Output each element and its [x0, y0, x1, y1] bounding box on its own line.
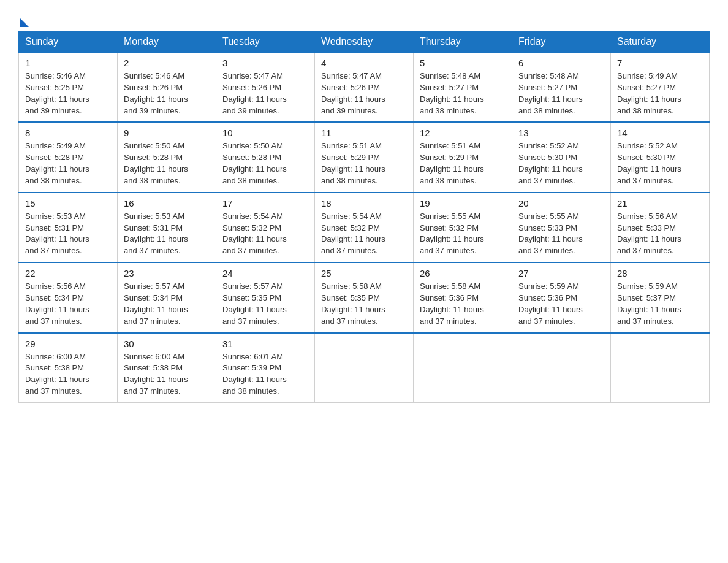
day-info: Sunrise: 5:47 AMSunset: 5:26 PMDaylight:…	[222, 71, 308, 117]
day-info: Sunrise: 5:47 AMSunset: 5:26 PMDaylight:…	[321, 71, 407, 117]
calendar-cell: 13Sunrise: 5:52 AMSunset: 5:30 PMDayligh…	[512, 122, 611, 192]
day-info: Sunrise: 5:46 AMSunset: 5:25 PMDaylight:…	[25, 71, 111, 117]
calendar-week-row: 29Sunrise: 6:00 AMSunset: 5:38 PMDayligh…	[19, 333, 710, 403]
calendar-cell: 11Sunrise: 5:51 AMSunset: 5:29 PMDayligh…	[315, 122, 414, 192]
day-info: Sunrise: 5:59 AMSunset: 5:36 PMDaylight:…	[518, 281, 604, 327]
day-number: 3	[222, 58, 308, 68]
day-info: Sunrise: 5:49 AMSunset: 5:27 PMDaylight:…	[617, 71, 703, 117]
day-number: 30	[124, 339, 210, 349]
calendar-cell: 5Sunrise: 5:48 AMSunset: 5:27 PMDaylight…	[414, 53, 512, 123]
calendar-cell: 31Sunrise: 6:01 AMSunset: 5:39 PMDayligh…	[216, 333, 315, 403]
day-number: 6	[518, 58, 604, 68]
day-info: Sunrise: 6:00 AMSunset: 5:38 PMDaylight:…	[25, 351, 111, 397]
calendar-cell: 24Sunrise: 5:57 AMSunset: 5:35 PMDayligh…	[216, 262, 315, 332]
calendar-cell: 22Sunrise: 5:56 AMSunset: 5:34 PMDayligh…	[19, 262, 118, 332]
day-info: Sunrise: 6:00 AMSunset: 5:38 PMDaylight:…	[124, 351, 210, 397]
calendar-cell	[611, 333, 710, 403]
day-number: 10	[222, 128, 308, 138]
calendar-cell: 2Sunrise: 5:46 AMSunset: 5:26 PMDaylight…	[118, 53, 216, 123]
calendar-table: SundayMondayTuesdayWednesdayThursdayFrid…	[18, 31, 710, 403]
calendar-cell: 1Sunrise: 5:46 AMSunset: 5:25 PMDaylight…	[19, 53, 118, 123]
weekday-header-sunday: Sunday	[19, 31, 118, 53]
calendar-cell: 14Sunrise: 5:52 AMSunset: 5:30 PMDayligh…	[611, 122, 710, 192]
day-number: 8	[25, 128, 111, 138]
calendar-week-row: 8Sunrise: 5:49 AMSunset: 5:28 PMDaylight…	[19, 122, 710, 192]
calendar-cell: 20Sunrise: 5:55 AMSunset: 5:33 PMDayligh…	[512, 193, 611, 262]
calendar-week-row: 22Sunrise: 5:56 AMSunset: 5:34 PMDayligh…	[19, 262, 710, 332]
day-info: Sunrise: 5:56 AMSunset: 5:34 PMDaylight:…	[25, 281, 111, 327]
calendar-cell: 15Sunrise: 5:53 AMSunset: 5:31 PMDayligh…	[19, 193, 118, 262]
day-number: 21	[617, 198, 703, 209]
calendar-cell: 25Sunrise: 5:58 AMSunset: 5:35 PMDayligh…	[315, 262, 414, 332]
day-info: Sunrise: 6:01 AMSunset: 5:39 PMDaylight:…	[222, 351, 308, 397]
day-info: Sunrise: 5:50 AMSunset: 5:28 PMDaylight:…	[222, 140, 308, 186]
calendar-cell: 7Sunrise: 5:49 AMSunset: 5:27 PMDaylight…	[611, 53, 710, 123]
day-info: Sunrise: 5:53 AMSunset: 5:31 PMDaylight:…	[25, 211, 111, 257]
day-info: Sunrise: 5:51 AMSunset: 5:29 PMDaylight:…	[420, 140, 506, 186]
day-number: 4	[321, 58, 407, 68]
day-number: 29	[25, 339, 111, 349]
day-number: 26	[420, 268, 506, 278]
day-info: Sunrise: 5:58 AMSunset: 5:35 PMDaylight:…	[321, 281, 407, 327]
weekday-header-saturday: Saturday	[611, 31, 710, 53]
calendar-cell: 3Sunrise: 5:47 AMSunset: 5:26 PMDaylight…	[216, 53, 315, 123]
day-number: 22	[25, 268, 111, 278]
day-number: 5	[420, 58, 506, 68]
day-info: Sunrise: 5:57 AMSunset: 5:35 PMDaylight:…	[222, 281, 308, 327]
day-number: 31	[222, 339, 308, 349]
day-number: 19	[420, 198, 506, 209]
day-info: Sunrise: 5:53 AMSunset: 5:31 PMDaylight:…	[124, 211, 210, 257]
page-header	[18, 18, 710, 25]
calendar-cell: 18Sunrise: 5:54 AMSunset: 5:32 PMDayligh…	[315, 193, 414, 262]
calendar-cell: 4Sunrise: 5:47 AMSunset: 5:26 PMDaylight…	[315, 53, 414, 123]
day-info: Sunrise: 5:50 AMSunset: 5:28 PMDaylight:…	[124, 140, 210, 186]
day-info: Sunrise: 5:52 AMSunset: 5:30 PMDaylight:…	[518, 140, 604, 186]
day-info: Sunrise: 5:52 AMSunset: 5:30 PMDaylight:…	[617, 140, 703, 186]
calendar-cell	[512, 333, 611, 403]
calendar-cell: 8Sunrise: 5:49 AMSunset: 5:28 PMDaylight…	[19, 122, 118, 192]
day-number: 18	[321, 198, 407, 209]
day-info: Sunrise: 5:55 AMSunset: 5:32 PMDaylight:…	[420, 211, 506, 257]
calendar-cell	[315, 333, 414, 403]
calendar-cell: 29Sunrise: 6:00 AMSunset: 5:38 PMDayligh…	[19, 333, 118, 403]
calendar-cell: 23Sunrise: 5:57 AMSunset: 5:34 PMDayligh…	[118, 262, 216, 332]
day-info: Sunrise: 5:59 AMSunset: 5:37 PMDaylight:…	[617, 281, 703, 327]
day-info: Sunrise: 5:56 AMSunset: 5:33 PMDaylight:…	[617, 211, 703, 257]
day-info: Sunrise: 5:57 AMSunset: 5:34 PMDaylight:…	[124, 281, 210, 327]
day-number: 14	[617, 128, 703, 138]
calendar-cell: 30Sunrise: 6:00 AMSunset: 5:38 PMDayligh…	[118, 333, 216, 403]
day-number: 15	[25, 198, 111, 209]
weekday-header-monday: Monday	[118, 31, 216, 53]
calendar-cell: 16Sunrise: 5:53 AMSunset: 5:31 PMDayligh…	[118, 193, 216, 262]
calendar-week-row: 1Sunrise: 5:46 AMSunset: 5:25 PMDaylight…	[19, 53, 710, 123]
day-info: Sunrise: 5:51 AMSunset: 5:29 PMDaylight:…	[321, 140, 407, 186]
day-info: Sunrise: 5:46 AMSunset: 5:26 PMDaylight:…	[124, 71, 210, 117]
weekday-header-wednesday: Wednesday	[315, 31, 414, 53]
calendar-week-row: 15Sunrise: 5:53 AMSunset: 5:31 PMDayligh…	[19, 193, 710, 262]
day-number: 1	[25, 58, 111, 68]
day-number: 9	[124, 128, 210, 138]
day-info: Sunrise: 5:54 AMSunset: 5:32 PMDaylight:…	[222, 211, 308, 257]
day-number: 11	[321, 128, 407, 138]
calendar-cell: 21Sunrise: 5:56 AMSunset: 5:33 PMDayligh…	[611, 193, 710, 262]
weekday-header-thursday: Thursday	[414, 31, 512, 53]
logo-arrow-icon	[20, 18, 29, 27]
calendar-cell: 10Sunrise: 5:50 AMSunset: 5:28 PMDayligh…	[216, 122, 315, 192]
calendar-cell: 19Sunrise: 5:55 AMSunset: 5:32 PMDayligh…	[414, 193, 512, 262]
day-info: Sunrise: 5:54 AMSunset: 5:32 PMDaylight:…	[321, 211, 407, 257]
day-info: Sunrise: 5:48 AMSunset: 5:27 PMDaylight:…	[518, 71, 604, 117]
day-info: Sunrise: 5:49 AMSunset: 5:28 PMDaylight:…	[25, 140, 111, 186]
weekday-header-friday: Friday	[512, 31, 611, 53]
day-number: 25	[321, 268, 407, 278]
weekday-header-tuesday: Tuesday	[216, 31, 315, 53]
day-info: Sunrise: 5:48 AMSunset: 5:27 PMDaylight:…	[420, 71, 506, 117]
day-number: 28	[617, 268, 703, 278]
calendar-cell: 9Sunrise: 5:50 AMSunset: 5:28 PMDaylight…	[118, 122, 216, 192]
calendar-cell: 27Sunrise: 5:59 AMSunset: 5:36 PMDayligh…	[512, 262, 611, 332]
day-info: Sunrise: 5:58 AMSunset: 5:36 PMDaylight:…	[420, 281, 506, 327]
day-number: 23	[124, 268, 210, 278]
day-number: 13	[518, 128, 604, 138]
calendar-cell: 12Sunrise: 5:51 AMSunset: 5:29 PMDayligh…	[414, 122, 512, 192]
weekday-header-row: SundayMondayTuesdayWednesdayThursdayFrid…	[19, 31, 710, 53]
calendar-cell: 26Sunrise: 5:58 AMSunset: 5:36 PMDayligh…	[414, 262, 512, 332]
